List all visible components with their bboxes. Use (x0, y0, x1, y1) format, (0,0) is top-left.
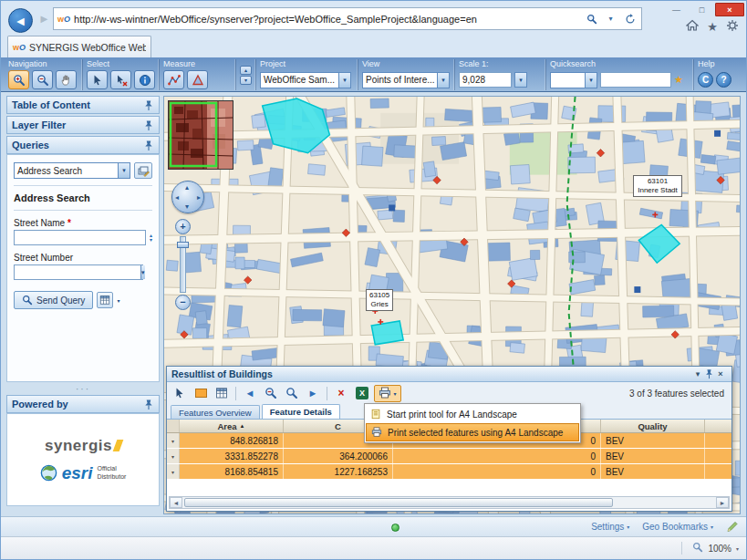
zoom-slider-thumb[interactable] (177, 242, 189, 248)
pan-left-icon[interactable]: ◂ (175, 193, 179, 202)
pin-icon[interactable] (704, 368, 714, 379)
overview-map[interactable] (168, 100, 233, 170)
url-text[interactable]: http://w-ws-wintner/WebOffice/synserver?… (74, 14, 580, 25)
search-icon[interactable] (584, 14, 599, 25)
close-button[interactable]: × (715, 3, 744, 16)
column-header-quality[interactable]: Quality (601, 420, 705, 432)
attribute-table-button[interactable] (213, 385, 231, 402)
quicksearch-input[interactable] (600, 72, 671, 88)
zoom-out-button[interactable] (32, 70, 53, 89)
street-number-combo[interactable]: ▾ (14, 264, 143, 280)
scale-input[interactable] (459, 72, 512, 88)
sort-arrows-icon[interactable]: ▴▾ (150, 233, 152, 243)
panel-header-queries[interactable]: Queries (6, 136, 160, 154)
next-feature-button[interactable]: ► (304, 385, 322, 402)
panel-header-layer-filter[interactable]: Layer Filter (6, 116, 160, 134)
menu-item-start-print-tool[interactable]: Start print tool for A4 Landscape (366, 405, 579, 423)
scrollbar-thumb[interactable] (184, 498, 613, 507)
measure-distance-button[interactable] (163, 70, 184, 89)
excel-export-button[interactable]: X (353, 385, 371, 402)
pin-icon[interactable] (143, 119, 154, 131)
resultlist-header[interactable]: Resultlist of Buildings ▾ × (167, 367, 731, 382)
zoom-magnifier-icon[interactable] (692, 542, 703, 555)
cell-area: 3331.852278 (180, 449, 284, 463)
table-row[interactable]: ▾ 3331.852278 364.200066 0 BEV (167, 449, 731, 464)
map-viewport[interactable]: ▴ ▾ ◂ ▸ + − 63101 Innere Stadt 63105 Gri… (163, 96, 741, 514)
home-icon[interactable] (686, 19, 699, 34)
scroll-right-icon[interactable]: ► (716, 497, 729, 508)
zoom-to-feature-button[interactable] (262, 385, 280, 402)
address-bar[interactable]: wO http://w-ws-wintner/WebOffice/synserv… (53, 7, 642, 30)
edit-query-button[interactable] (134, 162, 152, 179)
pan-up-icon[interactable]: ▴ (185, 183, 189, 192)
pin-icon[interactable] (143, 140, 154, 151)
toolbar-scroll-up-icon[interactable]: ▴ (240, 66, 252, 75)
scroll-left-icon[interactable]: ◄ (170, 497, 182, 508)
street-name-input[interactable] (14, 230, 146, 245)
send-query-button[interactable]: Send Query (14, 291, 93, 309)
view-select[interactable]: Points of Intere... ▾ (362, 72, 450, 88)
horizontal-scrollbar[interactable]: ◄ ► (169, 496, 730, 509)
context-help-button[interactable]: C (698, 72, 713, 88)
browser-zoom-level[interactable]: 100% (708, 544, 731, 554)
geo-bookmarks-link[interactable]: Geo Bookmarks▾ (642, 522, 713, 532)
scale-dropdown-button[interactable]: ▾ (514, 72, 527, 88)
select-rows-button[interactable] (171, 385, 189, 402)
zoom-plus-button[interactable]: + (175, 219, 191, 234)
panel-header-table-of-content[interactable]: Table of Content (6, 96, 160, 114)
pan-button[interactable] (56, 70, 77, 89)
close-panel-icon[interactable]: × (714, 369, 727, 379)
row-selector[interactable]: ▾ (167, 449, 180, 463)
street-number-input[interactable] (15, 265, 140, 279)
forward-button[interactable]: ► (38, 12, 50, 26)
show-selected-button[interactable] (192, 385, 210, 402)
pin-icon[interactable] (143, 399, 154, 410)
site-favicon: wO (57, 15, 70, 24)
quicksearch-type-select[interactable]: ▾ (550, 72, 597, 88)
query-options-button[interactable] (97, 292, 113, 308)
chevron-down-icon[interactable]: ▾ (117, 297, 119, 304)
previous-feature-button[interactable]: ◄ (241, 385, 259, 402)
measure-area-button[interactable] (187, 70, 208, 89)
clear-selection-tool-button[interactable] (110, 70, 131, 89)
select-features-button[interactable] (87, 70, 108, 89)
favorites-star-icon[interactable]: ★ (707, 21, 718, 33)
project-select[interactable]: WebOffice Sam... ▾ (260, 72, 351, 88)
tab-feature-details[interactable]: Feature Details (262, 404, 340, 419)
zoom-minus-button[interactable]: − (175, 295, 191, 310)
row-selector[interactable]: ▾ (167, 433, 180, 448)
pan-control[interactable]: ▴ ▾ ◂ ▸ (171, 181, 204, 213)
pan-down-icon[interactable]: ▾ (185, 202, 189, 211)
row-selector[interactable]: ▾ (167, 464, 180, 479)
identify-button[interactable] (134, 70, 155, 89)
print-button[interactable]: ▾ (374, 385, 401, 402)
browser-tab[interactable]: wO SYNERGIS WebOffice Web... (7, 36, 151, 57)
maximize-button[interactable]: □ (690, 3, 714, 16)
quicksearch-go-icon[interactable]: ★ (674, 74, 683, 86)
sidebar-resize-handle[interactable]: ··· (6, 386, 160, 395)
minimize-button[interactable]: — (664, 3, 689, 16)
zoom-in-button[interactable] (8, 70, 29, 89)
column-header-area[interactable]: Area▲ (180, 420, 284, 432)
edit-pencil-icon[interactable] (726, 520, 739, 534)
query-type-select[interactable]: Address Search ▾ (14, 162, 130, 179)
pan-right-icon[interactable]: ▸ (197, 193, 201, 202)
collapse-panel-icon[interactable]: ▾ (691, 369, 704, 379)
menu-item-print-selected[interactable]: Print selected features using A4 Landsca… (366, 423, 579, 441)
remove-selection-button[interactable]: × (332, 385, 350, 402)
refresh-icon[interactable] (622, 14, 638, 25)
panel-header-powered-by[interactable]: Powered by (6, 395, 160, 413)
zoom-slider-track[interactable] (180, 236, 186, 293)
autocomplete-dropdown-icon[interactable]: ▾ (603, 15, 618, 23)
back-button[interactable]: ◄ (8, 8, 33, 33)
street-name-label: Street Name * (14, 218, 152, 228)
pin-icon[interactable] (143, 99, 154, 111)
zoom-to-selection-button[interactable] (283, 385, 301, 402)
tab-features-overview[interactable]: Features Overview (171, 405, 260, 419)
chevron-down-icon[interactable]: ▾ (736, 545, 739, 552)
table-row[interactable]: ▾ 8168.854815 1227.168253 0 BEV (167, 464, 731, 480)
tools-gear-icon[interactable] (726, 19, 739, 34)
help-button[interactable]: ? (716, 72, 731, 88)
toolbar-scroll-down-icon[interactable]: ▾ (240, 76, 252, 85)
settings-link[interactable]: Settings▾ (591, 522, 629, 532)
